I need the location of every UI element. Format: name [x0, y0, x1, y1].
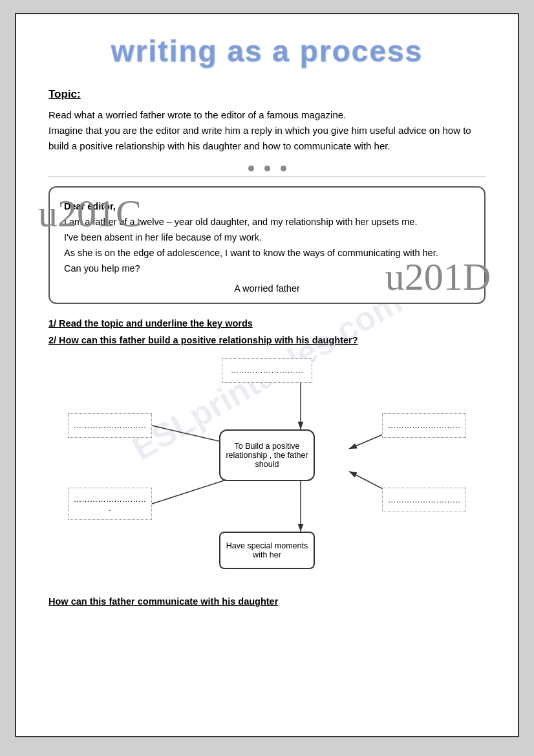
mindmap-bottom-box: Have special moments with her: [219, 532, 315, 569]
mindmap-top-box[interactable]: ………………………: [222, 358, 312, 383]
page: ESLprintables.com writing as a process T…: [15, 13, 519, 737]
mindmap-left1-box[interactable]: ………………………: [68, 413, 152, 438]
section-divider: [48, 177, 486, 177]
dot1: [248, 166, 254, 171]
topic-text: Read what a worried father wrote to the …: [48, 107, 486, 154]
mindmap-right1-box[interactable]: ………………………: [382, 413, 466, 438]
mindmap-right2-box[interactable]: ………………………: [382, 488, 466, 512]
mindmap: ……………………… ……………………… ………………………. To Build …: [48, 352, 486, 585]
dot3: [281, 166, 286, 171]
letter-box: Dear editor,I am a father of a twelve – …: [48, 186, 486, 304]
topic-label: Topic:: [48, 88, 486, 101]
question-2: 2/ How can this father build a positive …: [48, 335, 486, 345]
dot2: [264, 166, 270, 171]
mindmap-center-box: To Build a positive relationship , the f…: [219, 429, 315, 481]
bottom-question: How can this father communicate with his…: [48, 596, 486, 607]
letter-text: Dear editor,I am a father of a twelve – …: [64, 199, 470, 277]
mindmap-left2-box[interactable]: ……………………….: [68, 488, 152, 520]
letter-signature: A worried father: [64, 283, 470, 294]
page-title: writing as a process: [48, 34, 486, 69]
question-1: 1/ Read the topic and underline the key …: [48, 318, 486, 329]
dots-divider: [48, 166, 486, 171]
